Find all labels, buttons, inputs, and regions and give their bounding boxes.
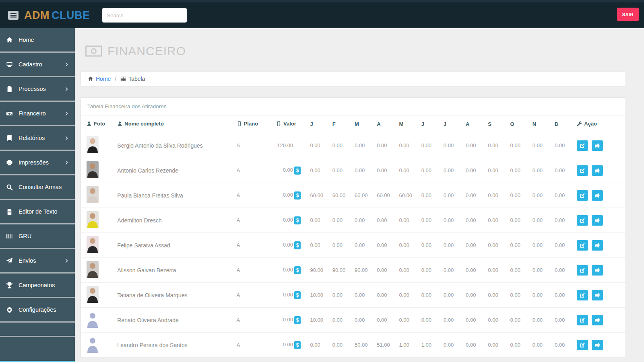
- month-value-cell: 0.00: [351, 233, 374, 258]
- row-action-button[interactable]: [592, 290, 603, 300]
- sidebar-item[interactable]: Cadastro: [0, 53, 75, 77]
- valor-cell: 0.00$: [273, 283, 307, 308]
- money-outline-icon: [85, 45, 102, 57]
- column-header-label: Valor: [283, 121, 296, 127]
- row-action-button[interactable]: [577, 165, 588, 176]
- row-action-button[interactable]: [592, 140, 603, 151]
- row-action-button[interactable]: [577, 240, 588, 251]
- sidebar-item[interactable]: Campeonatos: [0, 274, 75, 298]
- row-action-button[interactable]: [592, 315, 603, 325]
- column-header-label: Ação: [584, 121, 597, 127]
- month-value-cell: 10.00: [307, 308, 329, 333]
- photo-cell: [81, 183, 114, 208]
- month-value-cell: 0.00: [462, 208, 485, 233]
- logout-button[interactable]: SAIR: [617, 8, 639, 21]
- search-input[interactable]: [102, 8, 187, 23]
- sidebar-item-label: Configurações: [19, 306, 56, 313]
- row-action-button[interactable]: [577, 290, 588, 300]
- valor-cell: 0.00$: [273, 158, 307, 183]
- month-value-cell: 0.00: [485, 308, 507, 333]
- month-value-cell: 0.00: [440, 283, 462, 308]
- row-action-button[interactable]: [577, 190, 588, 201]
- sidebar-filler: [0, 323, 75, 337]
- member-name: Antonio Carlos Rezende: [114, 158, 233, 183]
- column-header: A: [462, 115, 485, 133]
- column-header-label: J: [310, 121, 313, 127]
- row-action-button[interactable]: [592, 165, 603, 176]
- member-name: Ademilton Dresch: [114, 208, 233, 233]
- row-action-button[interactable]: [592, 190, 603, 201]
- row-action-button[interactable]: [592, 340, 603, 350]
- files-icon: [6, 86, 14, 93]
- dollar-badge[interactable]: $: [294, 266, 301, 274]
- month-value-cell: 0.00: [307, 208, 329, 233]
- month-value-cell: 0.00: [440, 308, 462, 333]
- sidebar-item[interactable]: Home: [0, 28, 75, 53]
- dollar-badge[interactable]: $: [294, 241, 301, 249]
- month-value-cell: 0.00: [351, 133, 374, 158]
- month-value-cell: 0.00: [462, 258, 485, 283]
- month-value-cell: 0.00: [374, 208, 396, 233]
- month-value-cell: 0.00: [440, 208, 462, 233]
- valor-cell: 0.00$: [273, 333, 307, 358]
- month-value-cell: 0.00: [462, 283, 485, 308]
- month-value-cell: 0.00: [529, 283, 551, 308]
- row-action-button[interactable]: [577, 315, 588, 325]
- month-value-cell: 0.00: [440, 233, 462, 258]
- sidebar-item-label: Cadastro: [19, 61, 42, 68]
- month-value-cell: 0.00: [462, 133, 485, 158]
- breadcrumb-home-link[interactable]: Home: [88, 76, 111, 82]
- valor-cell: 0.00$: [273, 258, 307, 283]
- page-title: FINANCEIRO: [107, 44, 186, 58]
- photo-cell: [81, 258, 114, 283]
- dollar-badge[interactable]: $: [294, 291, 301, 299]
- row-action-button[interactable]: [592, 240, 603, 251]
- edit-icon: [580, 342, 585, 348]
- money-icon: [6, 110, 14, 117]
- sidebar-item[interactable]: Editor de Texto: [0, 200, 75, 224]
- sidebar-item[interactable]: Impressões: [0, 151, 75, 175]
- megaphone-icon: [594, 193, 600, 198]
- plan-value: A: [233, 258, 273, 283]
- dollar-badge[interactable]: $: [294, 191, 301, 200]
- mobile-icon: [237, 121, 242, 128]
- megaphone-icon: [594, 243, 600, 248]
- month-value-cell: 0.00: [418, 158, 440, 183]
- sidebar-item-label: Processos: [19, 86, 46, 92]
- edit-icon: [580, 267, 585, 273]
- dollar-badge[interactable]: $: [294, 216, 301, 224]
- month-value-cell: 0.00: [329, 308, 351, 333]
- sidebar-item[interactable]: Envios: [0, 249, 75, 274]
- sidebar-item[interactable]: Relatórios: [0, 126, 75, 151]
- month-value-cell: 0.00: [440, 183, 462, 208]
- sidebar-item[interactable]: Configurações: [0, 298, 75, 323]
- photo-cell: [81, 283, 114, 308]
- sidebar-item[interactable]: Consultar Armas: [0, 175, 75, 200]
- sidebar-toggle-button[interactable]: [8, 11, 19, 20]
- sidebar-item[interactable]: Processos: [0, 77, 75, 102]
- column-header-label: S: [488, 121, 491, 127]
- dollar-badge[interactable]: $: [294, 167, 301, 175]
- sidebar-item[interactable]: Financeiro: [0, 102, 75, 126]
- table-row: Felipe Saraiva Assad A 0.00$ 0.00 0.00 0…: [81, 233, 625, 258]
- row-action-button[interactable]: [577, 140, 588, 151]
- dollar-badge[interactable]: $: [294, 316, 301, 324]
- month-value-cell: 0.00: [307, 158, 329, 183]
- sidebar-item[interactable]: GRU: [0, 224, 75, 249]
- month-value-cell: 0.00: [396, 208, 418, 233]
- row-action-button[interactable]: [577, 215, 588, 226]
- dollar-badge[interactable]: $: [294, 341, 301, 349]
- edit-icon: [580, 143, 585, 148]
- table-icon: [120, 76, 126, 82]
- column-header: Nome completo: [114, 115, 233, 133]
- row-action-button[interactable]: [592, 265, 603, 276]
- member-name: Renato Oliveira Andrade: [114, 308, 233, 333]
- finance-table: Foto Nome completo Plano Valor: [81, 115, 625, 358]
- month-value-cell: 0.00: [507, 158, 529, 183]
- row-action-button[interactable]: [577, 265, 588, 276]
- row-action-button[interactable]: [577, 340, 588, 350]
- row-action-button[interactable]: [592, 215, 603, 226]
- month-value-cell: 10.00: [307, 283, 329, 308]
- month-value-cell: 0.00: [329, 133, 351, 158]
- column-header: Plano: [233, 115, 273, 133]
